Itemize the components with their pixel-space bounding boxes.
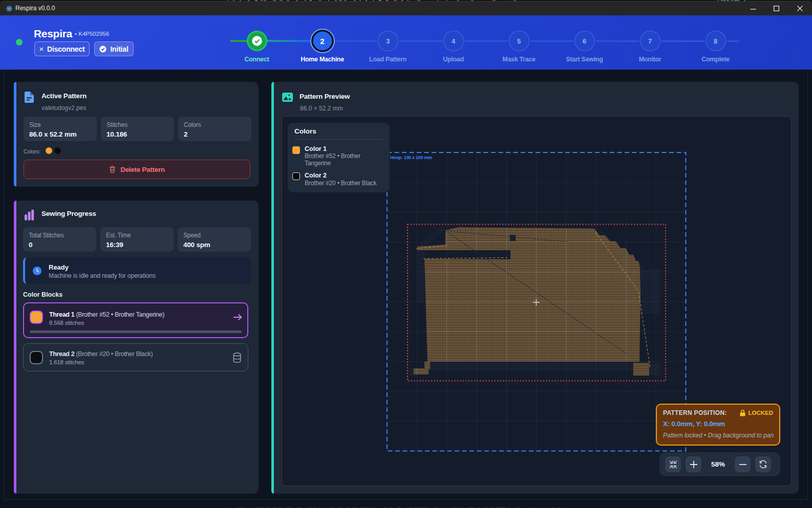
svg-text:Hoop: 100 x 100 mm: Hoop: 100 x 100 mm <box>390 155 432 160</box>
